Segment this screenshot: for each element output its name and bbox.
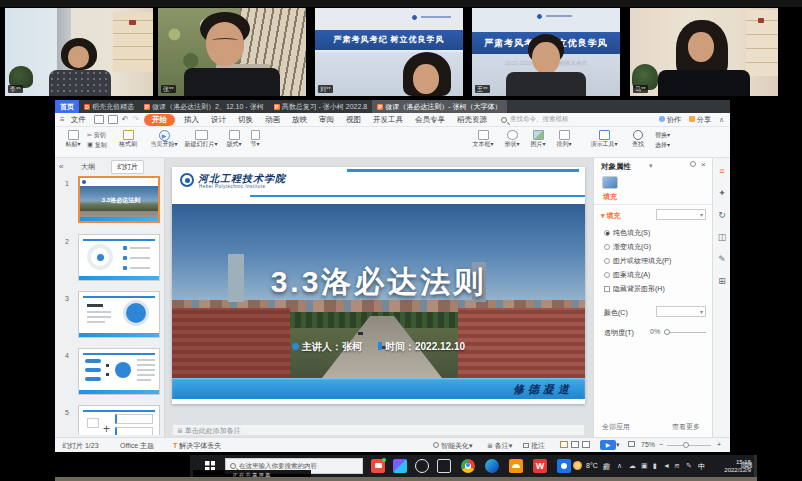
menu-tab-home[interactable]: 开始 xyxy=(144,114,175,126)
picture-button[interactable]: 图片▾ xyxy=(527,130,549,148)
panel-close-icon[interactable]: × xyxy=(701,160,706,169)
ribbon-search[interactable]: 查找命令、搜索模板 xyxy=(501,115,569,124)
status-beautify-button[interactable]: 智能美化▾ xyxy=(433,441,472,451)
wps-icon[interactable]: W xyxy=(533,459,547,473)
fill-option-solid[interactable]: 纯色填充(S) xyxy=(604,228,650,238)
zoom-slider-handle[interactable] xyxy=(683,442,689,448)
battery-tray-icon[interactable]: ▮ xyxy=(653,462,657,470)
menu-tab-view[interactable]: 视图 xyxy=(340,115,367,125)
tab-slides[interactable]: 幻灯片 xyxy=(111,160,144,174)
transparency-slider-handle[interactable] xyxy=(664,329,670,335)
panel-footer-more[interactable]: 查看更多 xyxy=(672,422,700,432)
video-tile-4[interactable]: 严肃考风考纪 树立优良学风 2022-2023学年第一学期期末考试 王** xyxy=(472,8,620,96)
share-button[interactable]: 分享 xyxy=(689,115,711,125)
pane-transition-icon[interactable]: ◫ xyxy=(713,232,731,242)
slide-thumbnail-5[interactable] xyxy=(78,405,160,435)
pane-beautify-icon[interactable]: ✦ xyxy=(713,188,731,198)
tab-document-1[interactable]: P微课（洛必达法则）2、12.10 - 张柯 xyxy=(139,100,269,113)
zoom-value[interactable]: 75% xyxy=(641,441,655,448)
select-button[interactable]: 选择▾ xyxy=(655,142,681,149)
taskbar-app-icon[interactable] xyxy=(393,459,407,473)
notes-bar[interactable]: ≣ 单击此处添加备注 xyxy=(172,424,585,436)
redo-icon[interactable]: ↷ xyxy=(132,115,139,124)
volume-tray-icon[interactable]: ◄ xyxy=(663,462,670,469)
pane-animation-icon[interactable]: ↻ xyxy=(713,210,731,220)
menu-tab-review[interactable]: 审阅 xyxy=(313,115,340,125)
slide-title[interactable]: 3.3洛必达法则 xyxy=(172,262,585,303)
status-theme[interactable]: Office 主题 xyxy=(120,441,154,451)
hide-background-checkbox[interactable]: 隐藏背景图形(H) xyxy=(604,284,665,294)
device-tray-icon[interactable]: ▣ xyxy=(641,462,648,470)
save-icon[interactable] xyxy=(94,115,104,124)
new-slide-button[interactable]: 新建幻灯片▾ xyxy=(183,130,219,148)
tab-document-active[interactable]: P微课（洛必达法则）- 张柯（大字体） xyxy=(372,100,506,113)
tray-expand-icon[interactable]: ∧ xyxy=(617,462,622,470)
slide-thumbnail-2[interactable] xyxy=(78,234,160,281)
cortana-icon[interactable] xyxy=(415,459,429,473)
network-tray-icon[interactable]: ≋ xyxy=(674,462,680,470)
undo-icon[interactable]: ↶ xyxy=(122,115,129,124)
video-tile-5[interactable]: 马** xyxy=(630,8,778,96)
menu-tab-insert[interactable]: 插入 xyxy=(178,115,205,125)
find-button[interactable]: 查找 xyxy=(627,130,649,148)
edge-icon[interactable] xyxy=(485,459,499,473)
format-painter-button[interactable]: 格式刷 xyxy=(115,130,141,148)
menu-tab-slideshow[interactable]: 放映 xyxy=(286,115,313,125)
pane-resources-icon[interactable]: ⊞ xyxy=(713,276,731,286)
menu-file[interactable]: 文件 xyxy=(65,115,92,125)
tab-outline[interactable]: 大纲 xyxy=(81,162,95,172)
tab-document-2[interactable]: P高数总复习 - 张小柯 2022.8 xyxy=(269,100,373,113)
slideshow-play-button[interactable]: ▶▾ xyxy=(600,440,620,450)
layout-button[interactable]: 版式▾ xyxy=(223,130,245,148)
zoom-slider-track[interactable] xyxy=(667,445,711,446)
slide-1-editing-surface[interactable]: 河北工程技术学院 Hebei Polytechnic Institute 3.3… xyxy=(172,167,585,404)
shape-button[interactable]: 形状▾ xyxy=(501,130,523,148)
taskbar-orange-app-icon[interactable] xyxy=(509,459,523,473)
collab-button[interactable]: 协作 xyxy=(659,115,681,125)
view-reading-icon[interactable] xyxy=(582,441,590,448)
slide-thumbnail-3[interactable] xyxy=(78,291,160,338)
slide-thumbnail-1[interactable]: 3.3洛必达法则 xyxy=(78,176,160,223)
collapse-ribbon-icon[interactable]: ∧ xyxy=(719,116,724,124)
pane-notes-icon[interactable]: ✎ xyxy=(713,254,731,264)
fill-option-pattern[interactable]: 图案填充(A) xyxy=(604,270,650,280)
status-font-fix[interactable]: T 解决字体丢失 xyxy=(173,441,221,451)
pen-tray-icon[interactable]: ✎ xyxy=(686,462,692,470)
fill-option-gradient[interactable]: 渐变填充(G) xyxy=(604,242,651,252)
cloud-tray-icon[interactable]: ☁ xyxy=(629,462,636,470)
tab-docer[interactable]: D稻壳充值精选 xyxy=(79,100,139,113)
cut-button[interactable]: ✂ 剪切 xyxy=(87,132,113,139)
paste-button[interactable]: 粘贴▾ xyxy=(61,130,85,148)
section-button[interactable]: 节▾ xyxy=(247,130,263,148)
video-tile-3[interactable]: 严肃考风考纪 树立优良学风 刘** xyxy=(315,8,463,96)
print-icon[interactable] xyxy=(108,115,118,124)
dropdown-icon[interactable]: ▾ xyxy=(616,441,620,448)
present-tools-button[interactable]: 演示工具▾ xyxy=(587,130,621,148)
tab-wps-home[interactable]: 首页 xyxy=(55,100,79,113)
menu-tab-member[interactable]: 会员专享 xyxy=(409,115,451,125)
slide-thumbnail-4[interactable] xyxy=(78,348,160,395)
collapse-panel-icon[interactable]: « xyxy=(59,162,63,171)
panel-title-dropdown-icon[interactable]: ▾ xyxy=(649,162,653,170)
pane-properties-icon[interactable]: ≡ xyxy=(713,166,731,176)
menu-tab-animation[interactable]: 动画 xyxy=(259,115,286,125)
zoom-out-icon[interactable]: − xyxy=(659,441,663,448)
video-tile-2[interactable]: 张** xyxy=(158,8,306,96)
view-normal-icon[interactable] xyxy=(560,441,568,448)
fill-type-dropdown[interactable]: ▾ xyxy=(656,209,706,220)
status-comments-button[interactable]: 批注 xyxy=(523,441,545,451)
video-tile-1[interactable]: 李** xyxy=(5,8,153,96)
copy-button[interactable]: ▣ 复制 xyxy=(87,142,113,149)
show-desktop-button[interactable] xyxy=(754,455,757,477)
color-dropdown[interactable]: ▾ xyxy=(656,306,706,317)
play-current-button[interactable]: ▶ 当页开始▾ xyxy=(149,130,179,148)
zoom-in-icon[interactable]: + xyxy=(717,441,721,448)
fit-window-icon[interactable] xyxy=(628,441,635,448)
ime-indicator[interactable]: 中 xyxy=(698,462,705,472)
menu-tab-docer-res[interactable]: 稻壳资源 xyxy=(451,115,493,125)
status-notes-button[interactable]: ≣ 备注▾ xyxy=(487,441,512,451)
replace-button[interactable]: 替换▾ xyxy=(655,132,681,139)
weather-temp[interactable]: 8°C xyxy=(586,462,598,469)
menu-tab-transition[interactable]: 切换 xyxy=(232,115,259,125)
touch-keyboard-icon[interactable]: ⌨ xyxy=(741,461,753,470)
